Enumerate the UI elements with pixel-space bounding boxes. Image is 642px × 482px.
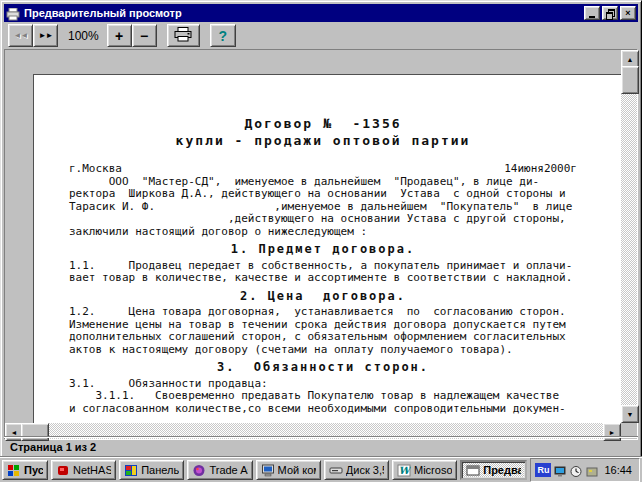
task-my-computer[interactable]: Мой комп... — [256, 460, 321, 480]
task-label: Панель М... — [141, 464, 179, 476]
print-button[interactable] — [167, 24, 200, 47]
preview-window-icon — [466, 464, 480, 477]
section-heading-3: 3. Обязанности сторон. — [69, 361, 577, 374]
clause-1-1-paragraph: 1.1. Продавец передает в собственность, … — [69, 260, 577, 285]
panel-m-icon — [124, 464, 138, 477]
printer-icon — [174, 27, 192, 45]
clause-3-1-paragraph: 3.1. Обязанности продавца: 3.1.1. Своевр… — [69, 378, 577, 416]
tray-device-icon[interactable] — [585, 464, 599, 477]
window-title: Предварительный просмотр — [24, 7, 580, 19]
tray-display-icon[interactable] — [553, 464, 567, 477]
task-label: Диск 3,5 [... — [346, 464, 384, 476]
preview-area: Договор № -1356 купли - продажи оптовой … — [4, 49, 638, 440]
my-computer-icon — [261, 464, 275, 477]
task-trade-assistant[interactable]: Trade Assi... — [187, 460, 252, 480]
trade-assistant-icon — [192, 464, 206, 477]
zoom-level-label: 100% — [68, 29, 99, 43]
tray-clock-time: 16:44 — [601, 464, 635, 476]
start-button[interactable]: Пуск — [2, 460, 48, 480]
minimize-button[interactable] — [584, 6, 600, 20]
vertical-scrollbar[interactable]: ▲ ▼ — [621, 50, 637, 423]
start-label: Пуск — [24, 464, 43, 476]
task-print-preview-active[interactable]: Предва... — [460, 460, 527, 480]
document-content: Договор № -1356 купли - продажи оптовой … — [69, 75, 577, 417]
contract-title-line1: Договор № -1356 — [69, 115, 577, 132]
nethasp-icon — [56, 464, 70, 477]
help-icon: ? — [218, 28, 227, 44]
doc-line: ,действующего на основании Устава с друг… — [69, 213, 577, 226]
language-indicator[interactable]: Ru — [535, 463, 551, 477]
statusbar: Страница 1 из 2 — [4, 436, 638, 455]
task-label: Microsoft ... — [414, 464, 452, 476]
svg-text:W: W — [398, 465, 411, 476]
task-nethasp[interactable]: NetHASP ... — [51, 460, 116, 480]
scroll-down-icon[interactable]: ▼ — [621, 405, 639, 423]
floppy-drive-icon — [329, 464, 343, 477]
taskbar: Пуск NetHASP ... Панель М... — [0, 457, 642, 482]
previous-page-button[interactable]: ◄◄ — [8, 24, 33, 47]
task-label: Trade Assi... — [209, 464, 247, 476]
windows-logo-icon — [7, 464, 21, 477]
window-controls: × — [584, 6, 636, 20]
restore-button[interactable] — [602, 6, 618, 20]
window-printer-icon — [6, 7, 20, 20]
titlebar: Предварительный просмотр × — [4, 4, 638, 22]
doc-line: ректора Ширкова Д.А., действующего на ос… — [69, 188, 577, 201]
minimize-icon — [589, 16, 595, 18]
task-floppy-disk[interactable]: Диск 3,5 [... — [324, 460, 389, 480]
contract-city: г.Москва — [69, 163, 122, 176]
zoom-in-button[interactable]: + — [107, 24, 132, 47]
section-heading-1: 1. Предмет договора. — [69, 243, 577, 256]
system-tray: Ru 16:44 — [530, 458, 640, 482]
previous-page-icon: ◄◄ — [14, 31, 28, 40]
help-button[interactable]: ? — [210, 24, 236, 47]
task-label: NetHASP ... — [73, 464, 111, 476]
preamble-paragraph: ООО "Мастер-СД", именуемое в дальнейшем … — [69, 176, 577, 239]
city-date-row: г.Москва 14июня2000г — [69, 163, 577, 176]
task-label: Мой комп... — [278, 464, 316, 476]
tray-clock-icon[interactable] — [569, 464, 583, 477]
vertical-scroll-thumb[interactable] — [621, 66, 639, 94]
section-heading-2: 2. Цена договора. — [69, 290, 577, 303]
page-count-status: Страница 1 из 2 — [10, 441, 96, 453]
word-icon: W — [397, 464, 411, 477]
restore-icon — [606, 9, 614, 17]
document-page: Договор № -1356 купли - продажи оптовой … — [33, 74, 621, 423]
next-page-button[interactable]: ►► — [33, 24, 58, 47]
task-label: Предва... — [483, 464, 521, 476]
doc-line: и согласованном количестве,со всеми необ… — [69, 403, 577, 416]
close-icon: × — [625, 9, 630, 18]
doc-line: 1.2. Цена товара договорная, устанавлива… — [69, 306, 577, 319]
doc-line: вает товар в количестве, качестве и ассо… — [69, 272, 577, 285]
doc-line: актов к настоящему договору (счетами на … — [69, 344, 577, 357]
next-page-icon: ►► — [39, 31, 53, 40]
contract-title-line2: купли - продажи оптовой партии — [69, 132, 577, 149]
close-button[interactable]: × — [620, 6, 636, 20]
toolbar: ◄◄ ►► 100% + − ? — [4, 22, 638, 49]
task-microsoft-word[interactable]: W Microsoft ... — [392, 460, 457, 480]
zoom-out-button[interactable]: − — [132, 24, 157, 47]
doc-line: 3.1.1. Своевременно предавать Покупателю… — [69, 390, 577, 403]
task-panel-m[interactable]: Панель М... — [119, 460, 184, 480]
doc-line: заключили настоящий договор о нижеследую… — [69, 226, 577, 239]
print-preview-window: Предварительный просмотр × ◄◄ ►► 100% + … — [0, 0, 642, 458]
clause-1-2-paragraph: 1.2. Цена товара договорная, устанавлива… — [69, 306, 577, 356]
doc-line: дополнительных соглашений сторон, с обяз… — [69, 331, 577, 344]
contract-date: 14июня2000г — [504, 163, 577, 176]
desktop-screen: Предварительный просмотр × ◄◄ ►► 100% + … — [0, 0, 642, 482]
